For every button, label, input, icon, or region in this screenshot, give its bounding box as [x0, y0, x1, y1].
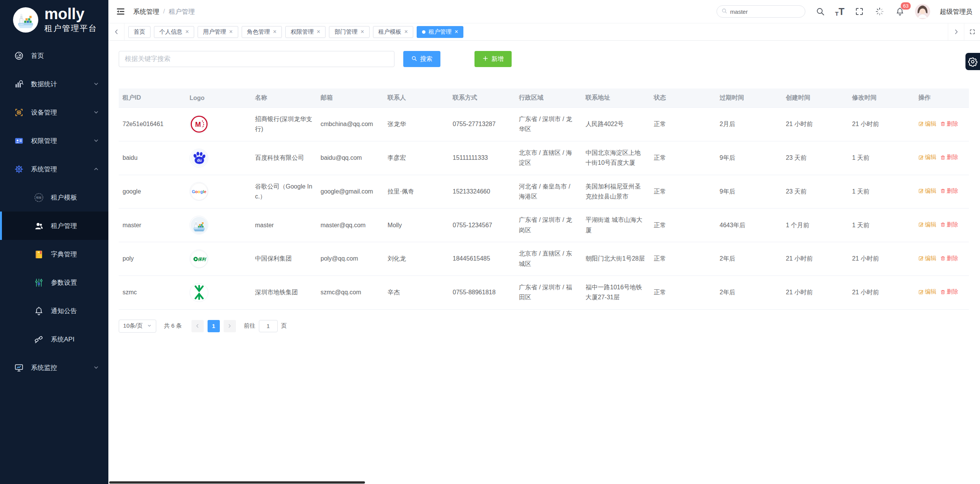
cell-modify-time: 21 小时前 [848, 242, 915, 276]
people-icon [34, 221, 44, 231]
close-tab-icon[interactable]: × [273, 29, 276, 35]
add-button-label: 新增 [491, 55, 504, 63]
tab-bar: 首页个人信息×用户管理×角色管理×权限管理×部门管理×租户模板×租户管理× [108, 23, 980, 41]
sidebar-item-system-monitor[interactable]: 系统监控 [0, 353, 108, 382]
tab-profile[interactable]: 个人信息× [154, 26, 194, 38]
close-tab-icon[interactable]: × [455, 29, 458, 35]
page-size-select[interactable]: 10条/页 [119, 320, 156, 333]
delete-button[interactable]: 删除 [940, 119, 958, 129]
cell-expire-time: 9年后 [716, 175, 782, 208]
chevron-down-icon [93, 364, 100, 371]
settings-gear-button[interactable] [965, 53, 980, 70]
svg-text:M: M [195, 121, 201, 128]
sidebar-item-dict-mgmt[interactable]: 字典管理 [0, 240, 108, 268]
delete-button[interactable]: 删除 [940, 153, 958, 162]
username[interactable]: 超级管理员 [940, 7, 972, 16]
edit-button[interactable]: 编辑 [918, 186, 936, 196]
collapse-sidebar-icon[interactable] [115, 6, 126, 17]
cell-tenant-id: poly [119, 242, 186, 276]
sidebar-item-label: 系统监控 [31, 363, 93, 372]
add-button[interactable]: 新增 [474, 51, 512, 67]
search-icon[interactable] [815, 6, 826, 17]
cell-email: poly@qq.com [317, 242, 384, 276]
goto-page-input[interactable] [259, 320, 278, 332]
cell-operations: 编辑删除 [915, 108, 969, 141]
search-button[interactable]: 搜索 [403, 51, 440, 67]
loading-icon[interactable] [874, 6, 885, 17]
delete-button[interactable]: 删除 [940, 287, 958, 297]
sidebar-item-data-stats[interactable]: 数据统计 [0, 70, 108, 98]
plug-icon [34, 334, 44, 345]
tabs-scroll-left-icon[interactable] [108, 23, 124, 40]
next-page-button[interactable] [224, 320, 236, 332]
horizontal-scrollbar-thumb[interactable] [109, 481, 365, 484]
delete-button[interactable]: 删除 [940, 186, 958, 196]
current-page-button[interactable]: 1 [208, 320, 220, 332]
tab-permission-mgmt[interactable]: 权限管理× [285, 26, 326, 38]
sidebar-item-system-api[interactable]: 系统API [0, 325, 108, 353]
tab-role-mgmt[interactable]: 角色管理× [242, 26, 282, 38]
app-logo[interactable]: molly 租户管理平台 [0, 0, 108, 38]
close-tab-icon[interactable]: × [317, 29, 320, 35]
keyword-search-input[interactable] [119, 51, 394, 67]
sidebar-item-device-mgmt[interactable]: 设备管理 [0, 98, 108, 126]
page-size-value: 10条/页 [123, 322, 143, 330]
total-count: 共 6 条 [164, 322, 182, 330]
tab-tenant-mgmt[interactable]: 租户管理× [417, 26, 463, 38]
tab-user-mgmt[interactable]: 用户管理× [198, 26, 238, 38]
fullscreen-icon[interactable] [854, 6, 865, 17]
delete-button[interactable]: 删除 [940, 254, 958, 263]
sidebar-item-system-mgmt[interactable]: 系统管理 [0, 155, 108, 183]
close-tab-icon[interactable]: × [185, 29, 189, 35]
cell-operations: 编辑删除 [915, 141, 969, 175]
column-header-name: 名称 [251, 89, 317, 108]
edit-button[interactable]: 编辑 [918, 119, 936, 129]
edit-button[interactable]: 编辑 [918, 254, 936, 263]
font-size-big-t: T [839, 7, 844, 16]
breadcrumb-separator: / [163, 8, 165, 15]
sidebar-item-permission-mgmt[interactable]: 权限管理 [0, 126, 108, 155]
tabs-list: 首页个人信息×用户管理×角色管理×权限管理×部门管理×租户模板×租户管理× [124, 23, 948, 40]
tab-dept-mgmt[interactable]: 部门管理× [329, 26, 369, 38]
close-tab-icon[interactable]: × [404, 29, 408, 35]
sidebar-item-notice[interactable]: 通知公告 [0, 297, 108, 325]
close-tab-icon[interactable]: × [229, 29, 232, 35]
breadcrumb-item-system[interactable]: 系统管理 [133, 7, 159, 16]
cell-name: master [251, 208, 317, 242]
sidebar-item-label: 租户模板 [51, 193, 100, 202]
cell-address: 中国北京海淀区上地十街10号百度大厦 [582, 141, 650, 175]
prev-page-button[interactable] [191, 320, 204, 332]
tab-home[interactable]: 首页 [128, 26, 151, 38]
cell-email: szmc@qq.com [317, 276, 384, 309]
edit-button[interactable]: 编辑 [918, 287, 936, 297]
cell-create-time: 23 天前 [782, 141, 848, 175]
app-root: molly 租户管理平台 首页数据统计设备管理权限管理系统管理模板租户模板租户管… [0, 0, 980, 484]
tab-tenant-template[interactable]: 租户模板× [373, 26, 413, 38]
chip-icon [14, 107, 24, 118]
baidu-logo: du [190, 149, 208, 167]
edit-button[interactable]: 编辑 [918, 220, 936, 230]
cell-region: 广东省 / 深圳市 / 福田区 [515, 276, 582, 309]
font-size-icon[interactable]: TT [835, 7, 844, 16]
user-avatar[interactable] [915, 4, 930, 19]
ship-logo-icon [13, 7, 38, 33]
page-label: 页 [281, 322, 287, 330]
sidebar-item-home[interactable]: 首页 [0, 41, 108, 70]
toolbar: 搜索 新增 [119, 51, 969, 67]
monitor-icon [14, 363, 24, 373]
edit-button[interactable]: 编辑 [918, 153, 936, 162]
sidebar-item-tenant-template[interactable]: 模板租户模板 [0, 183, 108, 212]
delete-button[interactable]: 删除 [940, 220, 958, 230]
table-row: baidudu百度科技有限公司baidu@qq.com李彦宏1511111133… [119, 141, 969, 175]
tabs-scroll-right-icon[interactable] [948, 23, 964, 40]
sidebar-item-param-settings[interactable]: 参数设置 [0, 268, 108, 297]
cell-expire-time: 2月后 [716, 108, 782, 141]
close-tab-icon[interactable]: × [360, 29, 364, 35]
tabs-fullscreen-icon[interactable] [964, 23, 980, 40]
sidebar-item-tenant-mgmt[interactable]: 租户管理 [0, 212, 108, 240]
cell-name: 百度科技有限公司 [251, 141, 317, 175]
cell-address: 朝阳门北大街1号28层 [582, 242, 650, 276]
header-search-input[interactable] [730, 8, 800, 15]
svg-text:du: du [197, 158, 201, 162]
notifications-bell-icon[interactable]: 63 [895, 6, 905, 17]
